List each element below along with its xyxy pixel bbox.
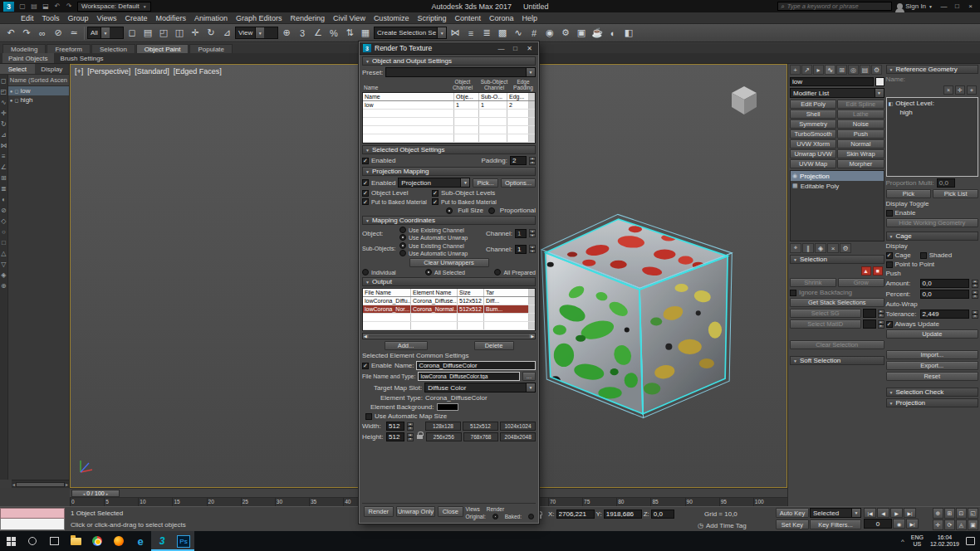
align-icon[interactable]: ≡ xyxy=(463,26,478,41)
rollout-cage[interactable]: Cage xyxy=(886,232,979,241)
taskbar-search-button[interactable] xyxy=(22,531,43,551)
reference-coordinate-dropdown[interactable]: View▼ xyxy=(235,27,278,39)
help-search[interactable]: ⌕ xyxy=(777,2,892,11)
menu-graph-editors[interactable]: Graph Editors xyxy=(232,14,287,22)
workspace-selector[interactable]: Workspace: Default▼ xyxy=(77,2,151,12)
ribbon-tab-modeling[interactable]: Modeling xyxy=(2,44,46,53)
rollout-selected-object-settings[interactable]: Selected Object Settings xyxy=(362,145,536,154)
menu-corona[interactable]: Corona xyxy=(485,14,518,22)
reset-button[interactable]: Reset xyxy=(886,372,979,381)
menu-animation[interactable]: Animation xyxy=(190,14,232,22)
orbit-icon[interactable]: ⟳ xyxy=(944,519,955,530)
bind-to-space-warp-icon[interactable]: ≃ xyxy=(66,26,81,41)
add-reference-icon[interactable]: ✛ xyxy=(955,85,965,95)
object-table[interactable]: Name Obje... Sub-O... Edg... low 1 1 2 xyxy=(362,92,536,144)
shrink-button[interactable]: Shrink xyxy=(790,278,836,287)
scroll-track[interactable] xyxy=(369,334,529,338)
push-amount-spinner[interactable] xyxy=(972,280,978,288)
size-768-button[interactable]: 768x768 xyxy=(463,432,499,441)
modifier-uvw-xform[interactable]: UVW Xform xyxy=(790,139,836,149)
scroll-left-icon[interactable]: ◀ xyxy=(364,334,367,339)
next-frame-icon[interactable]: ▸ xyxy=(106,491,109,496)
undo-icon[interactable]: ↶ xyxy=(52,2,62,10)
named-selection-sets-dropdown[interactable]: Create Selection Se▼ xyxy=(374,27,447,39)
scale-tool-icon[interactable]: ⊿ xyxy=(1,131,7,139)
command-panel-plus-icon[interactable]: + xyxy=(790,65,801,75)
proportional-radio[interactable] xyxy=(488,207,495,214)
current-frame-field[interactable] xyxy=(864,519,892,529)
scroll-right-icon[interactable]: ▶ xyxy=(531,334,534,339)
select-matid-button[interactable]: Select MatID xyxy=(790,319,861,329)
chrome-button[interactable] xyxy=(86,531,108,551)
angle-snap-icon[interactable]: ∠ xyxy=(311,26,326,41)
size-2048-button[interactable]: 2048x2048 xyxy=(500,432,536,441)
unwrap-only-button[interactable]: Unwrap Only xyxy=(396,506,436,517)
modifier-icon[interactable]: ◉ xyxy=(792,173,797,179)
delete-element-button[interactable]: Delete xyxy=(474,341,514,350)
object-channel-field[interactable]: 1 xyxy=(515,229,527,238)
modifier-unwrap-uvw[interactable]: Unwrap UVW xyxy=(790,149,836,158)
map-height-spinner[interactable] xyxy=(407,433,414,441)
rollout-reference-geometry[interactable]: Reference Geometry xyxy=(886,65,979,74)
sub-object-levels-checkbox[interactable] xyxy=(432,190,439,197)
z-coordinate-field[interactable] xyxy=(651,510,674,519)
explorer-tab-display[interactable]: Display xyxy=(35,64,70,74)
show-end-result-icon[interactable]: ∥ xyxy=(802,243,814,253)
rollout-output[interactable]: Output xyxy=(362,277,536,286)
file-explorer-button[interactable] xyxy=(65,531,86,551)
ribbon-tab-freeform[interactable]: Freeform xyxy=(47,44,90,53)
point-to-point-checkbox[interactable] xyxy=(886,261,893,268)
listener-pane[interactable] xyxy=(0,519,65,530)
output-table[interactable]: File Name Element Name Size Tar lowCoron… xyxy=(362,288,536,331)
shaded-checkbox[interactable] xyxy=(920,252,927,259)
object-channel-spinner[interactable] xyxy=(529,229,536,237)
object-level-checkbox[interactable] xyxy=(362,190,369,197)
subobject-channel-field[interactable]: 1 xyxy=(515,245,527,254)
element-enable-checkbox[interactable] xyxy=(362,363,369,369)
remove-modifier-icon[interactable]: × xyxy=(827,243,839,253)
push-amount-field[interactable]: 0,0 xyxy=(920,279,970,288)
select-by-name-icon[interactable]: ▤ xyxy=(140,26,155,41)
element-background-swatch[interactable] xyxy=(437,403,458,411)
app-logo-icon[interactable]: 3 xyxy=(3,2,14,12)
full-size-radio[interactable] xyxy=(446,207,453,214)
close-dialog-button[interactable]: Close xyxy=(438,506,463,517)
modifier-turbosmooth[interactable]: TurboSmooth xyxy=(790,129,836,139)
display-tab-icon[interactable]: ▤ xyxy=(860,65,870,75)
pick-button[interactable]: Pick xyxy=(886,189,932,198)
graphite-toolbox-icon[interactable]: ▩ xyxy=(495,26,510,41)
explorer-scrollbar[interactable]: ◂ ▸ xyxy=(12,480,69,488)
select-object-icon[interactable]: ◻ xyxy=(125,26,140,41)
minimize-button[interactable]: — xyxy=(938,2,950,10)
fov-icon[interactable]: ◬ xyxy=(956,519,967,530)
circle-select-icon[interactable]: ○ xyxy=(2,228,6,236)
flip-icon[interactable]: ▽ xyxy=(1,261,6,268)
object-table-row[interactable] xyxy=(363,126,535,134)
size-128-button[interactable]: 128x128 xyxy=(425,422,461,431)
object-name-field[interactable] xyxy=(790,77,874,86)
pick-projection-button[interactable]: Pick... xyxy=(473,178,497,188)
save-file-icon[interactable]: ⬓ xyxy=(41,2,51,10)
object-table-row[interactable] xyxy=(363,110,535,118)
menu-content[interactable]: Content xyxy=(450,14,485,22)
close-button[interactable]: ✕ xyxy=(524,45,535,52)
rotate-tool-icon[interactable]: ↻ xyxy=(1,120,7,128)
size-256-button[interactable]: 256x256 xyxy=(426,432,462,441)
menu-edit[interactable]: Edit xyxy=(17,14,38,22)
select-sg-button[interactable]: Select SG xyxy=(790,309,861,318)
maximize-viewport-icon[interactable]: ▣ xyxy=(968,519,978,530)
spinner-snap-icon[interactable]: ⇅ xyxy=(342,26,357,41)
configure-modifier-sets-icon[interactable]: ⚙ xyxy=(840,243,851,253)
utilities-tab-icon[interactable]: ⚙ xyxy=(871,65,882,75)
rollout-soft-selection[interactable]: Soft Selection xyxy=(790,356,884,365)
display-toggle-enable-checkbox[interactable] xyxy=(886,210,893,217)
ignore-backfacing-checkbox[interactable] xyxy=(790,290,796,296)
dialog-title-bar[interactable]: 3 Render To Texture — □ ✕ xyxy=(360,42,538,55)
selection-filter-dropdown[interactable]: All▼ xyxy=(87,27,124,39)
unlink-selection-icon[interactable]: ⊘ xyxy=(51,26,66,41)
edit-named-selections-icon[interactable]: ▦ xyxy=(358,26,373,41)
redo-icon[interactable]: ↷ xyxy=(19,26,34,41)
select-and-link-icon[interactable]: ∞ xyxy=(35,26,50,41)
pick-reference-icon[interactable]: ⌖ xyxy=(967,85,977,95)
ribbon-tab-populate[interactable]: Populate xyxy=(189,44,233,53)
